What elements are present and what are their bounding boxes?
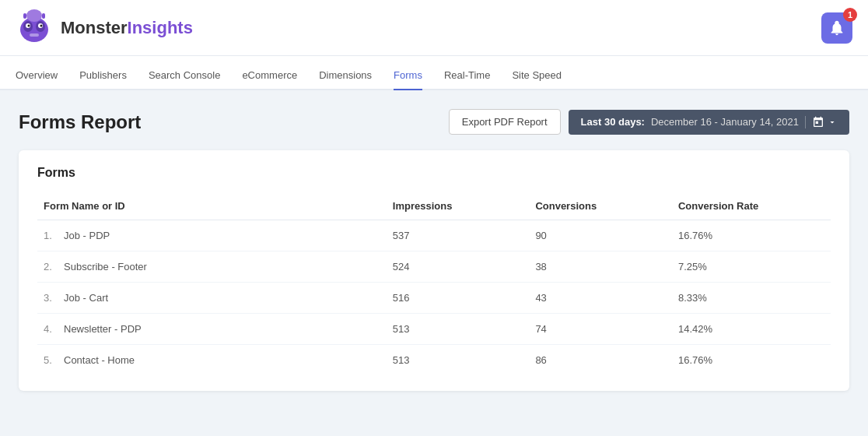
col-header-impressions: Impressions bbox=[387, 192, 530, 220]
nav-item-ecommerce[interactable]: eCommerce bbox=[242, 69, 297, 90]
calendar-icon-area bbox=[805, 116, 837, 128]
form-name: Contact - Home bbox=[64, 354, 135, 366]
form-name-cell: 5. Contact - Home bbox=[37, 345, 387, 376]
form-conversion-rate: 7.25% bbox=[672, 251, 831, 283]
svg-point-8 bbox=[26, 9, 42, 22]
nav-item-realtime[interactable]: Real-Time bbox=[444, 69, 490, 90]
row-number: 4. bbox=[44, 323, 59, 335]
form-name-cell: 3. Job - Cart bbox=[37, 283, 387, 314]
table-header-row: Form Name or ID Impressions Conversions … bbox=[37, 192, 831, 220]
page-content: Forms Report Export PDF Report Last 30 d… bbox=[0, 90, 868, 436]
logo-monster: Monster bbox=[61, 18, 128, 37]
form-impressions: 524 bbox=[387, 251, 530, 283]
form-name: Newsletter - PDP bbox=[64, 323, 142, 335]
nav-item-overview[interactable]: Overview bbox=[16, 69, 58, 90]
logo-text: MonsterInsights bbox=[61, 18, 193, 38]
row-number: 1. bbox=[44, 230, 59, 241]
form-conversion-rate: 14.42% bbox=[672, 314, 831, 345]
row-number: 2. bbox=[44, 261, 59, 272]
form-conversions: 90 bbox=[529, 220, 672, 251]
form-conversions: 43 bbox=[529, 283, 672, 314]
nav-item-dimensions[interactable]: Dimensions bbox=[319, 69, 372, 90]
form-conversion-rate: 16.76% bbox=[672, 220, 831, 251]
svg-point-6 bbox=[40, 24, 43, 26]
header-right: 1 bbox=[821, 12, 852, 44]
title-actions: Export PDF Report Last 30 days: December… bbox=[449, 109, 849, 135]
form-impressions: 516 bbox=[387, 283, 530, 314]
form-impressions: 537 bbox=[387, 220, 530, 251]
svg-point-5 bbox=[28, 24, 30, 26]
col-header-name: Form Name or ID bbox=[37, 192, 387, 220]
nav-bar: Overview Publishers Search Console eComm… bbox=[0, 56, 868, 90]
form-conversions: 86 bbox=[529, 345, 672, 376]
calendar-icon bbox=[812, 116, 824, 128]
form-name: Job - Cart bbox=[64, 292, 108, 304]
row-number: 5. bbox=[44, 354, 59, 366]
form-name: Subscribe - Footer bbox=[64, 261, 147, 272]
svg-rect-7 bbox=[30, 33, 39, 37]
form-conversions: 74 bbox=[529, 314, 672, 345]
logo-icon bbox=[16, 9, 53, 47]
notification-button[interactable]: 1 bbox=[821, 12, 852, 44]
forms-section-title: Forms bbox=[37, 166, 831, 180]
form-name: Job - PDP bbox=[64, 230, 110, 241]
form-name-cell: 2. Subscribe - Footer bbox=[37, 251, 387, 283]
chevron-down-icon bbox=[828, 118, 837, 127]
bell-icon bbox=[828, 19, 845, 37]
svg-rect-9 bbox=[23, 13, 26, 19]
form-conversion-rate: 16.76% bbox=[672, 345, 831, 376]
form-name-cell: 1. Job - PDP bbox=[37, 220, 387, 251]
logo-insights: Insights bbox=[128, 18, 193, 37]
date-range-value: December 16 - January 14, 2021 bbox=[651, 116, 799, 128]
form-impressions: 513 bbox=[387, 345, 530, 376]
date-range-button[interactable]: Last 30 days: December 16 - January 14, … bbox=[569, 110, 849, 135]
svg-rect-10 bbox=[42, 13, 45, 19]
form-conversions: 38 bbox=[529, 251, 672, 283]
form-name-cell: 4. Newsletter - PDP bbox=[37, 314, 387, 345]
form-conversion-rate: 8.33% bbox=[672, 283, 831, 314]
table-row: 3. Job - Cart 516 43 8.33% bbox=[37, 283, 831, 314]
forms-table: Form Name or ID Impressions Conversions … bbox=[37, 192, 831, 375]
logo-area: MonsterInsights bbox=[16, 9, 193, 47]
nav-item-forms[interactable]: Forms bbox=[394, 69, 422, 90]
table-row: 1. Job - PDP 537 90 16.76% bbox=[37, 220, 831, 251]
col-header-conversions: Conversions bbox=[529, 192, 672, 220]
row-number: 3. bbox=[44, 292, 59, 304]
nav-item-publishers[interactable]: Publishers bbox=[79, 69, 127, 90]
nav-item-site-speed[interactable]: Site Speed bbox=[512, 69, 562, 90]
table-row: 4. Newsletter - PDP 513 74 14.42% bbox=[37, 314, 831, 345]
export-pdf-button[interactable]: Export PDF Report bbox=[449, 109, 561, 135]
notification-badge: 1 bbox=[843, 8, 857, 22]
col-header-rate: Conversion Rate bbox=[672, 192, 831, 220]
header: MonsterInsights 1 bbox=[0, 0, 868, 56]
table-row: 5. Contact - Home 513 86 16.76% bbox=[37, 345, 831, 376]
date-range-label: Last 30 days: bbox=[581, 116, 645, 128]
table-row: 2. Subscribe - Footer 524 38 7.25% bbox=[37, 251, 831, 283]
page-title-row: Forms Report Export PDF Report Last 30 d… bbox=[19, 109, 849, 135]
forms-card: Forms Form Name or ID Impressions Conver… bbox=[19, 150, 849, 391]
nav-item-search-console[interactable]: Search Console bbox=[149, 69, 221, 90]
page-title: Forms Report bbox=[19, 111, 141, 133]
form-impressions: 513 bbox=[387, 314, 530, 345]
